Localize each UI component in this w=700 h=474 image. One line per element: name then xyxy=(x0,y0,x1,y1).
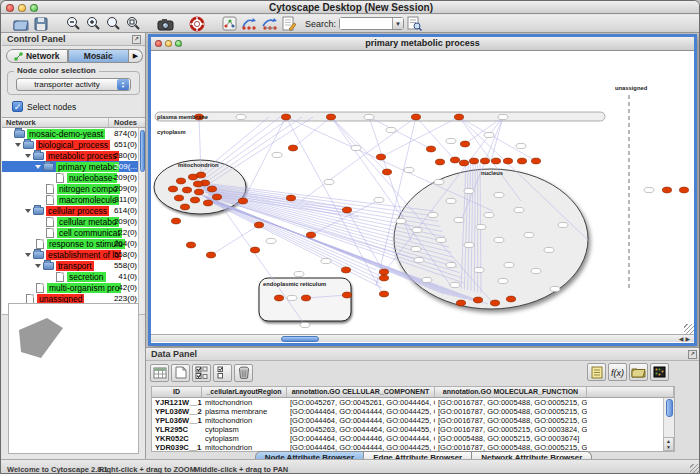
snapshot-button[interactable] xyxy=(155,15,175,32)
search-dropdown-arrow[interactable]: ▼ xyxy=(392,18,403,29)
graph-node[interactable] xyxy=(476,224,486,229)
table-cell[interactable]: [GO:0005488, GO:0005215, GO:0003674] xyxy=(435,434,587,443)
graph-node-selected[interactable] xyxy=(180,204,189,210)
graph-node-selected[interactable] xyxy=(342,292,351,298)
graph-node-selected[interactable] xyxy=(193,181,202,187)
table-cell[interactable]: YKR052C xyxy=(152,434,202,443)
table-cell[interactable]: mitochondrion xyxy=(202,416,287,425)
search-input[interactable] xyxy=(340,18,392,29)
graph-node[interactable] xyxy=(484,212,494,217)
table-cell[interactable]: [GO:0044464, GO:0044444, GO:0044425, G..… xyxy=(287,407,435,416)
function-builder-button[interactable]: f(x) xyxy=(608,363,627,381)
table-row[interactable]: YLR295Ccytoplasm[GO:0045263, GO:0044464,… xyxy=(152,425,674,434)
graph-node[interactable] xyxy=(396,218,406,223)
graph-node-selected[interactable] xyxy=(379,275,388,281)
tab-overflow-arrow[interactable]: ▶ xyxy=(129,49,143,63)
graph-node[interactable] xyxy=(411,246,421,251)
graph-node[interactable] xyxy=(434,179,444,184)
network-canvas[interactable]: plasma membranecytoplasmmitochondrionnuc… xyxy=(151,51,694,342)
table-scrollbar[interactable]: ▲▼ xyxy=(663,398,674,451)
graph-node[interactable] xyxy=(287,295,297,300)
graph-edge[interactable] xyxy=(199,117,291,183)
graph-node[interactable] xyxy=(272,152,282,157)
graph-node[interactable] xyxy=(351,145,361,150)
graph-node-selected[interactable] xyxy=(341,267,350,273)
graph-node[interactable] xyxy=(294,271,304,276)
select-attributes-button[interactable] xyxy=(192,364,211,382)
table-row[interactable]: YPL036W__2plasma membrane[GO:0044464, GO… xyxy=(152,407,674,416)
graph-node-selected[interactable] xyxy=(517,158,526,164)
canvas-horizontal-scrollbar[interactable]: ◀▶ xyxy=(151,334,694,342)
graph-node[interactable] xyxy=(514,207,524,212)
window-resize-grip[interactable] xyxy=(690,464,700,474)
table-row[interactable]: YKR052Ccytoplasm[GO:0044464, GO:0044446,… xyxy=(152,434,674,443)
tree-row[interactable]: cellular metabo209(0) xyxy=(2,216,145,227)
graph-node-selected[interactable] xyxy=(382,169,391,175)
tree-row[interactable]: response to stimulu264(0) xyxy=(2,238,145,249)
graph-node[interactable] xyxy=(644,187,654,192)
graph-node[interactable] xyxy=(300,322,310,327)
graph-node-selected[interactable] xyxy=(301,295,310,301)
table-column-header[interactable]: annotation.GO CELLULAR_COMPONENT xyxy=(287,387,435,397)
table-row[interactable]: YJR121W__1mitochondrion[GO:0045267, GO:0… xyxy=(152,398,674,407)
graph-edge[interactable] xyxy=(204,117,313,187)
graph-node[interactable] xyxy=(484,132,494,137)
graph-node[interactable] xyxy=(446,262,456,267)
float-data-panel-icon[interactable]: ↗ xyxy=(688,350,697,359)
graph-node[interactable] xyxy=(504,262,514,267)
graph-node-selected[interactable] xyxy=(459,160,468,166)
graph-node-selected[interactable] xyxy=(182,187,191,193)
graph-node[interactable] xyxy=(494,237,504,242)
zoom-selected-button[interactable] xyxy=(103,15,123,32)
tree-row[interactable]: multi-organism pro42(0) xyxy=(2,282,145,293)
graph-edge[interactable] xyxy=(286,117,381,291)
graph-node-selected[interactable] xyxy=(203,200,212,206)
graph-node-selected[interactable] xyxy=(250,247,259,253)
graph-node[interactable] xyxy=(516,143,526,148)
tree-row[interactable]: macromolecule311(0) xyxy=(2,194,145,205)
graph-node-selected[interactable] xyxy=(480,158,489,164)
graph-node[interactable] xyxy=(454,217,464,222)
table-cell[interactable]: cytoplasm xyxy=(202,425,287,434)
table-cell[interactable]: mitochondrion xyxy=(202,398,287,407)
table-column-header[interactable]: ID xyxy=(152,387,202,397)
graph-node-selected[interactable] xyxy=(454,114,463,120)
table-cell[interactable]: YPL036W__1 xyxy=(152,416,202,425)
table-scrollbar-arrows[interactable]: ▲▼ xyxy=(663,437,674,451)
delete-attribute-button[interactable] xyxy=(234,364,253,382)
canvas-hscroll-arrows[interactable]: ◀▶ xyxy=(679,335,692,342)
zoom-out-button[interactable] xyxy=(63,15,83,32)
graph-node-selected[interactable] xyxy=(491,158,500,164)
expand-arrow-icon[interactable] xyxy=(35,165,41,169)
graph-node[interactable] xyxy=(422,277,432,282)
graph-node-selected[interactable] xyxy=(679,187,688,193)
tree-row[interactable]: establishment of lo558(0) xyxy=(2,249,145,260)
table-row[interactable]: YPL036W__1mitochondrion[GO:0044464, GO:0… xyxy=(152,416,674,425)
zoom-in-button[interactable] xyxy=(83,15,103,32)
annotation-button[interactable] xyxy=(279,15,299,32)
save-session-button[interactable] xyxy=(31,15,51,32)
open-session-button[interactable] xyxy=(11,15,31,32)
table-column-header[interactable]: _cellularLayoutRegion xyxy=(202,387,287,397)
graph-node-selected[interactable] xyxy=(469,158,478,164)
tree-scrollbar[interactable] xyxy=(138,128,145,315)
graph-node-selected[interactable] xyxy=(274,295,283,301)
import-attributes-button[interactable] xyxy=(629,363,648,381)
tree-row[interactable]: primary metabo209(... xyxy=(2,161,145,172)
tree-row[interactable]: metabolic process280(0) xyxy=(2,150,145,161)
graph-node-selected[interactable] xyxy=(450,157,459,163)
birdseye-view[interactable] xyxy=(8,303,139,454)
apply-layout-2-button[interactable] xyxy=(259,15,279,32)
graph-node[interactable] xyxy=(236,114,246,119)
expand-arrow-icon[interactable] xyxy=(25,209,31,213)
graph-node-selected[interactable] xyxy=(531,158,540,164)
attribute-table-button[interactable] xyxy=(150,364,169,382)
tree-row[interactable]: nucleobase-209(0) xyxy=(2,172,145,183)
network-frame-titlebar[interactable]: primary metabolic process xyxy=(151,37,694,51)
graph-node[interactable] xyxy=(531,268,541,273)
tree-row[interactable]: mosaic-demo-yeast874(0) xyxy=(2,128,145,139)
graph-node[interactable] xyxy=(436,237,446,242)
graph-node[interactable] xyxy=(428,212,438,217)
graph-node[interactable] xyxy=(404,167,414,172)
graph-node[interactable] xyxy=(464,188,474,193)
